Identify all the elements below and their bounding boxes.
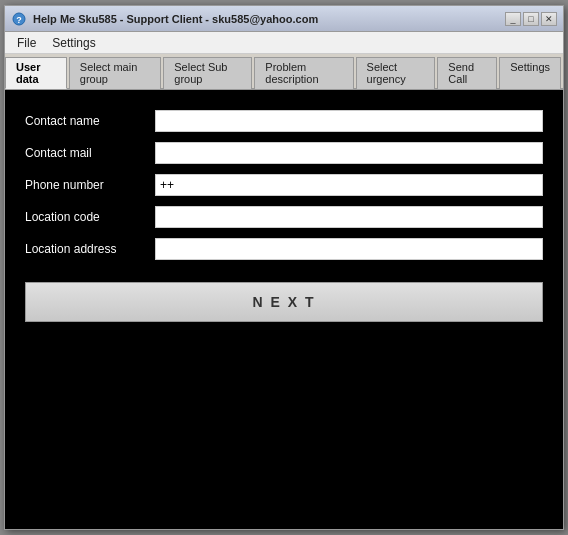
app-icon: ? (11, 11, 27, 27)
menu-bar: File Settings (5, 32, 563, 54)
main-window: ? Help Me Sku585 - Support Client - sku5… (4, 5, 564, 530)
maximize-button[interactable]: □ (523, 12, 539, 26)
menu-file[interactable]: File (9, 34, 44, 52)
next-button[interactable]: N E X T (25, 282, 543, 322)
title-bar-left: ? Help Me Sku585 - Support Client - sku5… (11, 11, 318, 27)
contact-name-label: Contact name (25, 114, 145, 128)
location-code-label: Location code (25, 210, 145, 224)
window-title: Help Me Sku585 - Support Client - sku585… (33, 13, 318, 25)
location-address-row: Location address (25, 238, 543, 260)
contact-mail-input[interactable] (155, 142, 543, 164)
phone-number-row: Phone number (25, 174, 543, 196)
minimize-button[interactable]: _ (505, 12, 521, 26)
window-controls: _ □ ✕ (505, 12, 557, 26)
menu-settings[interactable]: Settings (44, 34, 103, 52)
phone-number-input[interactable] (155, 174, 543, 196)
contact-name-row: Contact name (25, 110, 543, 132)
phone-number-label: Phone number (25, 178, 145, 192)
location-address-label: Location address (25, 242, 145, 256)
content-area: Contact name Contact mail Phone number L… (5, 90, 563, 529)
tab-user-data[interactable]: User data (5, 57, 67, 89)
tab-bar: User data Select main group Select Sub g… (5, 54, 563, 90)
contact-mail-label: Contact mail (25, 146, 145, 160)
user-data-form: Contact name Contact mail Phone number L… (25, 110, 543, 260)
tab-sub-group[interactable]: Select Sub group (163, 57, 252, 89)
tab-problem-desc[interactable]: Problem description (254, 57, 353, 89)
tab-urgency[interactable]: Select urgency (356, 57, 436, 89)
close-button[interactable]: ✕ (541, 12, 557, 26)
title-bar: ? Help Me Sku585 - Support Client - sku5… (5, 6, 563, 32)
location-code-row: Location code (25, 206, 543, 228)
location-address-input[interactable] (155, 238, 543, 260)
svg-text:?: ? (16, 15, 22, 25)
tab-settings[interactable]: Settings (499, 57, 561, 89)
contact-mail-row: Contact mail (25, 142, 543, 164)
tab-main-group[interactable]: Select main group (69, 57, 161, 89)
location-code-input[interactable] (155, 206, 543, 228)
contact-name-input[interactable] (155, 110, 543, 132)
tab-send-call[interactable]: Send Call (437, 57, 497, 89)
